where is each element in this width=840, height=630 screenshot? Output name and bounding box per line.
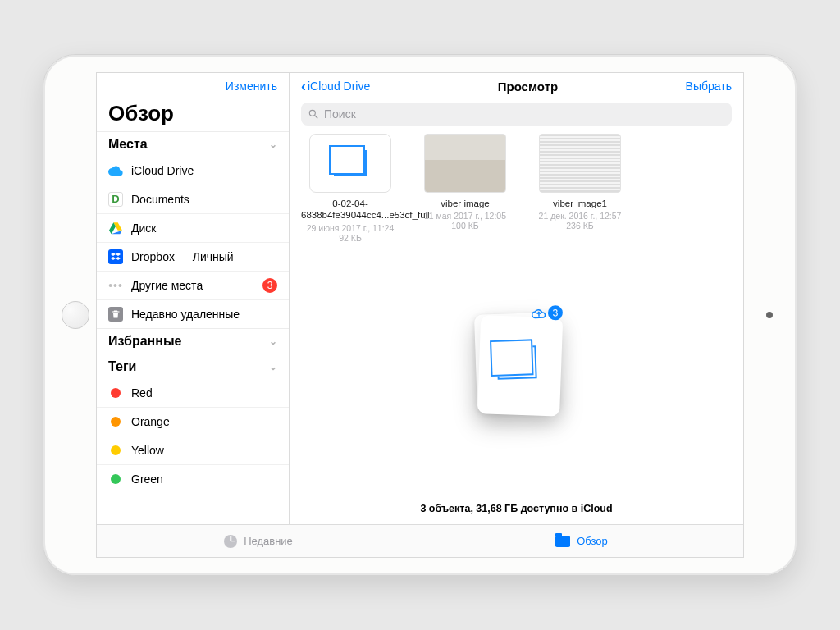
stack-icon (496, 346, 536, 381)
sidebar-item-icloud-drive[interactable]: iCloud Drive (97, 157, 289, 185)
select-button[interactable]: Выбрать (686, 80, 732, 93)
ipad-frame: Изменить Обзор Места ⌄ iCloud Drive (43, 54, 797, 576)
search-placeholder: Поиск (324, 107, 356, 121)
tag-label: Orange (131, 415, 277, 428)
badge-count: 3 (262, 278, 277, 293)
file-meta: 29 июня 2017 г., 11:24 (301, 223, 399, 233)
sidebar-item-documents[interactable]: D Documents (97, 185, 289, 213)
sidebar-item-other-places[interactable]: ••• Другие места 3 (97, 271, 289, 299)
clock-icon (224, 535, 237, 548)
chevron-down-icon: ⌄ (269, 361, 277, 372)
folder-icon (555, 536, 570, 547)
chevron-left-icon: ‹ (301, 79, 306, 94)
file-size: 236 КБ (531, 221, 629, 231)
upload-count-badge: 3 (547, 305, 563, 321)
sidebar-item-label: Другие места (131, 279, 254, 292)
documents-icon: D (108, 192, 123, 207)
file-name: viber image (416, 198, 514, 209)
tag-dot-icon (108, 414, 123, 429)
dropbox-icon (108, 249, 123, 264)
cloud-upload-icon (531, 308, 546, 320)
tag-item-red[interactable]: Red (97, 379, 289, 407)
section-tags-label: Теги (108, 359, 136, 374)
tag-dot-icon (108, 443, 123, 458)
google-drive-icon (108, 221, 123, 235)
more-icon: ••• (108, 278, 123, 293)
stack-icon (334, 150, 367, 176)
sidebar-item-label: Недавно удаленные (131, 308, 277, 321)
tab-label: Недавние (244, 535, 293, 547)
search-icon (308, 108, 319, 120)
sidebar-item-recently-deleted[interactable]: Недавно удаленные (97, 299, 289, 328)
tag-dot-icon (108, 386, 123, 400)
cloud-icon (108, 163, 123, 178)
sidebar-item-dropbox[interactable]: Dropbox — Личный (97, 242, 289, 271)
file-item[interactable]: viber image 11 мая 2017 г., 12:05 100 КБ (416, 134, 514, 231)
home-button[interactable] (62, 301, 89, 329)
status-footer: 3 объекта, 31,68 ГБ доступно в iCloud (290, 483, 743, 524)
section-favorites-label: Избранные (108, 334, 182, 349)
sidebar-item-label: Диск (131, 221, 277, 235)
tag-item-yellow[interactable]: Yellow (97, 436, 289, 464)
edit-button[interactable]: Изменить (226, 80, 277, 93)
tag-label: Yellow (131, 444, 277, 457)
file-thumb-doc-icon (309, 134, 391, 193)
tab-recent[interactable]: Недавние (97, 525, 420, 557)
front-camera (766, 312, 773, 318)
sidebar-item-drive[interactable]: Диск (97, 213, 289, 242)
sidebar-item-label: Dropbox — Личный (131, 250, 277, 263)
app-screen: Изменить Обзор Места ⌄ iCloud Drive (96, 72, 744, 558)
file-item[interactable]: viber image1 21 дек. 2016 г., 12:57 236 … (531, 134, 629, 231)
file-thumb-photo (424, 134, 506, 193)
sidebar: Изменить Обзор Места ⌄ iCloud Drive (97, 73, 290, 524)
tag-item-orange[interactable]: Orange (97, 407, 289, 436)
section-places-label: Места (108, 137, 148, 152)
trash-icon (108, 307, 123, 322)
tab-browse[interactable]: Обзор (420, 525, 743, 557)
page-title: Просмотр (498, 80, 558, 94)
file-item[interactable]: 0-02-04-6838b4fe39044cc4...e53cf_full 29… (301, 134, 399, 243)
svg-line-4 (315, 116, 318, 119)
sidebar-item-label: iCloud Drive (131, 164, 277, 177)
tab-label: Обзор (577, 535, 608, 547)
tag-dot-icon (108, 472, 123, 486)
chevron-down-icon: ⌄ (269, 336, 277, 347)
search-input[interactable]: Поиск (301, 103, 732, 126)
file-name: viber image1 (531, 198, 629, 209)
tag-label: Red (131, 386, 277, 399)
main-pane: ‹ iCloud Drive Просмотр Выбрать Поиск 0-… (290, 73, 743, 524)
sidebar-title: Обзор (97, 99, 289, 131)
tag-label: Green (131, 472, 277, 486)
back-label: iCloud Drive (308, 80, 370, 93)
section-places[interactable]: Места ⌄ (97, 131, 289, 157)
upload-preview-card[interactable]: 3 (473, 313, 559, 413)
tag-item-green[interactable]: Green (97, 464, 289, 493)
sidebar-item-label: Documents (131, 193, 277, 206)
back-button[interactable]: ‹ iCloud Drive (301, 79, 370, 94)
tab-bar: Недавние Обзор (97, 524, 743, 557)
file-name: 0-02-04-6838b4fe39044cc4...e53cf_full (301, 198, 399, 221)
file-size: 100 КБ (416, 221, 514, 231)
chevron-down-icon: ⌄ (269, 139, 277, 150)
file-thumb-photo (539, 134, 621, 193)
file-meta: 11 мая 2017 г., 12:05 (416, 211, 514, 221)
svg-point-3 (309, 110, 315, 116)
section-tags[interactable]: Теги ⌄ (97, 354, 289, 379)
section-favorites[interactable]: Избранные ⌄ (97, 328, 289, 354)
file-meta: 21 дек. 2016 г., 12:57 (531, 211, 629, 221)
file-size: 92 КБ (301, 233, 399, 243)
